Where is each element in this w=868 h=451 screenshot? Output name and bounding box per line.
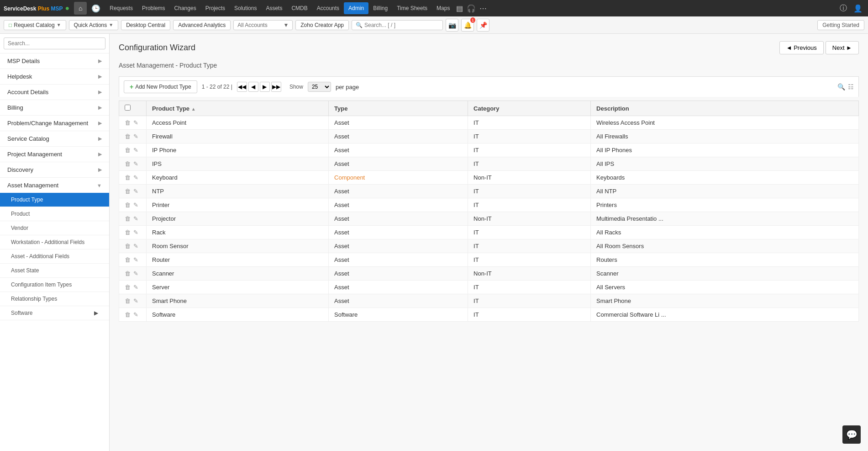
getting-started-button[interactable]: Getting Started xyxy=(817,20,864,30)
next-button[interactable]: Next ► xyxy=(826,41,859,54)
sidebar-subitem-product-type[interactable]: Product Type xyxy=(0,193,109,207)
table-columns-icon[interactable]: ☷ xyxy=(848,83,854,90)
select-all-checkbox[interactable] xyxy=(125,105,131,111)
table-search-icon[interactable]: 🔍 xyxy=(837,83,845,90)
delete-icon[interactable]: 🗑 xyxy=(125,133,131,140)
pin-button[interactable]: 📌 xyxy=(477,19,489,32)
screenshot-button[interactable]: 📷 xyxy=(446,19,458,32)
previous-button[interactable]: ◄ Previous xyxy=(779,41,824,54)
nav-billing[interactable]: Billing xyxy=(368,2,392,14)
nav-assets[interactable]: Assets xyxy=(261,2,287,14)
user-icon[interactable]: 👤 xyxy=(852,2,864,15)
request-catalog-button[interactable]: □ Request Catalog ▼ xyxy=(4,20,66,30)
sidebar-item-problem-change[interactable]: Problem/Change Management ▶ xyxy=(0,116,109,131)
nav-changes[interactable]: Changes xyxy=(170,2,201,14)
sidebar-item-helpdesk[interactable]: Helpdesk ▶ xyxy=(0,69,109,85)
delete-icon[interactable]: 🗑 xyxy=(125,270,131,277)
delete-icon[interactable]: 🗑 xyxy=(125,229,131,236)
delete-icon[interactable]: 🗑 xyxy=(125,256,131,263)
main-content: Configuration Wizard ◄ Previous Next ► A… xyxy=(110,34,868,451)
sidebar-item-asset-management[interactable]: Asset Management ▼ xyxy=(0,178,109,193)
edit-icon[interactable]: ✎ xyxy=(133,284,138,291)
last-page-button[interactable]: ▶▶ xyxy=(271,82,281,92)
advanced-analytics-button[interactable]: Advanced Analytics xyxy=(173,20,231,30)
nav-timesheets[interactable]: Time Sheets xyxy=(392,2,432,14)
cell-category: IT xyxy=(468,281,591,294)
delete-icon[interactable]: 🗑 xyxy=(125,160,131,167)
edit-icon[interactable]: ✎ xyxy=(133,297,138,304)
sidebar-subitem-workstation-additional[interactable]: Workstation - Additional Fields xyxy=(0,235,109,249)
edit-icon[interactable]: ✎ xyxy=(133,215,138,222)
zoho-creator-button[interactable]: Zoho Creator App xyxy=(295,20,349,30)
nav-cmdb[interactable]: CMDB xyxy=(287,2,312,14)
first-page-button[interactable]: ◀◀ xyxy=(237,82,247,92)
delete-icon[interactable]: 🗑 xyxy=(125,311,131,318)
next-page-button[interactable]: ▶ xyxy=(260,82,270,92)
more-icon[interactable]: ⋯ xyxy=(478,2,489,15)
cell-type: Asset xyxy=(329,281,468,294)
edit-icon[interactable]: ✎ xyxy=(133,270,138,277)
all-accounts-dropdown[interactable]: All Accounts ▼ xyxy=(233,20,293,30)
cell-type: Component xyxy=(329,171,468,185)
sidebar-subitem-product[interactable]: Product xyxy=(0,207,109,221)
nav-projects[interactable]: Projects xyxy=(201,2,230,14)
sidebar-item-project-management[interactable]: Project Management ▶ xyxy=(0,147,109,162)
nav-solutions[interactable]: Solutions xyxy=(230,2,261,14)
edit-icon[interactable]: ✎ xyxy=(133,243,138,249)
sidebar-search-input[interactable] xyxy=(4,37,105,49)
nav-problems[interactable]: Problems xyxy=(137,2,170,14)
nav-requests[interactable]: Requests xyxy=(105,2,137,14)
history-icon[interactable]: 🕒 xyxy=(89,2,102,15)
brand-logo: ServiceDesk Plus MSP ● xyxy=(4,4,69,12)
nav-maps[interactable]: Maps xyxy=(432,2,454,14)
desktop-central-button[interactable]: Desktop Central xyxy=(121,20,170,30)
sidebar-subitem-relationship-types[interactable]: Relationship Types xyxy=(0,292,109,306)
sidebar-item-billing[interactable]: Billing ▶ xyxy=(0,100,109,116)
sidebar-subitem-asset-additional[interactable]: Asset - Additional Fields xyxy=(0,249,109,264)
nav-accounts[interactable]: Accounts xyxy=(312,2,344,14)
col-header-product-type[interactable]: Product Type ▲ xyxy=(147,101,329,116)
edit-icon[interactable]: ✎ xyxy=(133,256,138,263)
search-input[interactable] xyxy=(364,22,439,28)
chat-button[interactable]: 💬 xyxy=(842,425,861,444)
edit-icon[interactable]: ✎ xyxy=(133,147,138,154)
edit-icon[interactable]: ✎ xyxy=(133,119,138,126)
sidebar-subitem-software[interactable]: Software ▶ xyxy=(0,306,109,320)
headphone-icon[interactable]: 🎧 xyxy=(465,2,478,15)
sidebar-subitem-config-item-types[interactable]: Configuration Item Types xyxy=(0,278,109,292)
sidebar-item-msp-details[interactable]: MSP Details ▶ xyxy=(0,53,109,69)
question-icon[interactable]: ⓘ xyxy=(838,2,849,15)
add-product-type-button[interactable]: + Add New Product Type xyxy=(124,80,197,93)
prev-page-button[interactable]: ◀ xyxy=(248,82,258,92)
sidebar-item-discovery[interactable]: Discovery ▶ xyxy=(0,162,109,178)
edit-icon[interactable]: ✎ xyxy=(133,188,138,195)
sidebar-item-service-catalog[interactable]: Service Catalog ▶ xyxy=(0,131,109,147)
delete-icon[interactable]: 🗑 xyxy=(125,284,131,291)
edit-icon[interactable]: ✎ xyxy=(133,311,138,318)
delete-icon[interactable]: 🗑 xyxy=(125,202,131,208)
sidebar-item-account-details[interactable]: Account Details ▶ xyxy=(0,85,109,100)
quick-actions-button[interactable]: Quick Actions ▼ xyxy=(69,20,119,30)
sidebar-subitem-vendor[interactable]: Vendor xyxy=(0,221,109,235)
delete-icon[interactable]: 🗑 xyxy=(125,215,131,222)
home-button[interactable]: ⌂ xyxy=(74,2,87,15)
nav-admin[interactable]: Admin xyxy=(344,2,368,14)
delete-icon[interactable]: 🗑 xyxy=(125,147,131,154)
delete-icon[interactable]: 🗑 xyxy=(125,174,131,181)
cell-category: Non-IT xyxy=(468,171,591,185)
global-search[interactable]: 🔍 xyxy=(352,20,443,30)
delete-icon[interactable]: 🗑 xyxy=(125,119,131,126)
per-page-select[interactable]: 10 25 50 100 xyxy=(308,82,331,92)
notification-button[interactable]: 🔔 1 xyxy=(461,19,474,32)
edit-icon[interactable]: ✎ xyxy=(133,229,138,236)
edit-icon[interactable]: ✎ xyxy=(133,160,138,167)
delete-icon[interactable]: 🗑 xyxy=(125,297,131,304)
accounts-dropdown-arrow-icon: ▼ xyxy=(283,22,289,28)
delete-icon[interactable]: 🗑 xyxy=(125,188,131,195)
edit-icon[interactable]: ✎ xyxy=(133,174,138,181)
edit-icon[interactable]: ✎ xyxy=(133,202,138,208)
chart-icon[interactable]: ▤ xyxy=(454,2,465,15)
delete-icon[interactable]: 🗑 xyxy=(125,243,131,249)
edit-icon[interactable]: ✎ xyxy=(133,133,138,140)
sidebar-subitem-asset-state[interactable]: Asset State xyxy=(0,264,109,278)
